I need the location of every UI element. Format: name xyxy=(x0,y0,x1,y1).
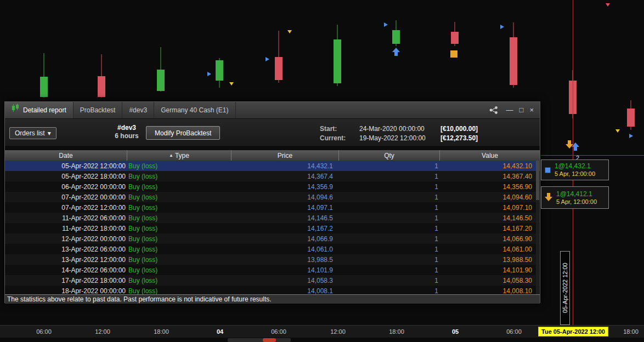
order-date: 13-Apr-2022 12:00:00 xyxy=(5,256,127,264)
tab-detailed-report[interactable]: Detailed report xyxy=(5,102,74,118)
candle-body xyxy=(451,32,459,44)
order-value: 14,058.30 xyxy=(439,277,540,284)
axis-time-label: 06:00 xyxy=(271,328,286,335)
axis-time-label: 04 xyxy=(217,328,223,335)
order-qty: 1 xyxy=(338,266,439,274)
axis-time-label: 05 xyxy=(452,328,459,335)
close-button[interactable]: × xyxy=(529,102,534,118)
candle-body xyxy=(98,76,105,97)
column-header-value[interactable]: Value xyxy=(439,150,540,161)
tab-strategy[interactable]: #dev3 xyxy=(122,102,154,118)
order-type: Buy (loss) xyxy=(127,193,231,201)
notification-badge xyxy=(263,338,276,342)
buy-signal-icon xyxy=(500,25,504,29)
order-price: 14,101.9 xyxy=(231,266,338,274)
order-value: 14,061.00 xyxy=(439,246,540,253)
tab-instrument[interactable]: Germany 40 Cash (E1) xyxy=(154,102,235,118)
sell-signal-icon xyxy=(615,129,620,133)
order-qty: 1 xyxy=(338,256,439,264)
order-value: 14,167.20 xyxy=(439,225,540,232)
current-equity: [€12,273.50] xyxy=(440,134,478,142)
order-type: Buy (loss) xyxy=(127,225,231,232)
sell-signal-icon xyxy=(287,30,292,33)
order-row[interactable]: 06-Apr-2022 00:00:00Buy (loss)14,356.911… xyxy=(5,181,540,192)
column-header-qty[interactable]: Qty xyxy=(338,150,439,161)
scrollbar-thumb[interactable] xyxy=(536,161,539,200)
order-row[interactable]: 05-Apr-2022 12:00:00Buy (loss)14,432.111… xyxy=(5,161,540,171)
order-row[interactable]: 13-Apr-2022 06:00:00Buy (loss)14,061.011… xyxy=(5,244,540,254)
crosshair-horizontal-line xyxy=(541,155,644,156)
order-qty: 1 xyxy=(338,183,439,191)
tab-label: ProBacktest xyxy=(80,102,116,118)
panel-gap xyxy=(5,146,540,150)
order-date: 17-Apr-2022 18:00:00 xyxy=(5,277,127,284)
order-date: 18-Apr-2022 00:00:00 xyxy=(5,287,127,295)
buy-signal-icon xyxy=(384,22,388,27)
order-row[interactable]: 12-Apr-2022 00:00:00Buy (loss)14,066.911… xyxy=(5,233,540,244)
taskbar-item xyxy=(228,338,291,342)
time-axis[interactable]: 06:0012:0018:000406:0012:0018:000506:00T… xyxy=(0,325,644,338)
order-value: 14,094.60 xyxy=(439,193,540,201)
sort-ascending-icon: ▲ xyxy=(169,153,173,158)
report-toolbar: Orders list ▾ #dev3 6 hours Modify ProBa… xyxy=(5,118,540,146)
order-row[interactable]: 11-Apr-2022 18:00:00Buy (loss)14,167.211… xyxy=(5,223,540,233)
minimize-button[interactable]: — xyxy=(506,102,513,118)
order-row[interactable]: 14-Apr-2022 06:00:00Buy (loss)14,101.911… xyxy=(5,265,540,275)
order-row[interactable]: 05-Apr-2022 18:00:00Buy (loss)14,367.411… xyxy=(5,171,540,181)
candle-body xyxy=(627,109,635,127)
order-value: 14,097.10 xyxy=(439,204,540,212)
order-qty: 1 xyxy=(338,214,439,222)
order-type: Buy (loss) xyxy=(127,235,231,243)
order-price: 14,146.5 xyxy=(231,214,338,222)
taskbar-peek xyxy=(0,338,644,342)
order-type: Buy (loss) xyxy=(127,173,231,180)
modify-probacktest-button[interactable]: Modify ProBacktest xyxy=(146,126,220,140)
order-row[interactable]: 07-Apr-2022 00:00:00Buy (loss)14,094.611… xyxy=(5,192,540,202)
buy-signal-icon xyxy=(265,57,269,61)
order-value: 13,988.50 xyxy=(439,256,540,264)
candle-body xyxy=(157,70,165,91)
order-qty: 1 xyxy=(338,173,439,180)
axis-time-label: 18:00 xyxy=(389,328,404,335)
order-price: 14,367.4 xyxy=(231,173,338,180)
maximize-button[interactable]: □ xyxy=(519,102,524,118)
candle-body xyxy=(275,57,283,80)
column-header-type[interactable]: ▲ Type xyxy=(127,150,231,161)
titlebar[interactable]: Detailed report ProBacktest #dev3 German… xyxy=(5,102,540,118)
share-icon[interactable] xyxy=(489,106,499,114)
axis-time-label: 18:00 xyxy=(154,328,169,335)
order-row[interactable]: 11-Apr-2022 06:00:00Buy (loss)14,146.511… xyxy=(5,213,540,223)
axis-time-label: 12:00 xyxy=(95,328,110,335)
candle-body xyxy=(510,37,517,85)
order-row[interactable]: 13-Apr-2022 12:00:00Buy (loss)13,988.511… xyxy=(5,254,540,265)
order-price: 14,432.1 xyxy=(231,162,338,170)
crosshair-date-label: 05-Apr-2022 12:00 xyxy=(560,251,570,325)
orders-table-body[interactable]: 05-Apr-2022 12:00:00Buy (loss)14,432.111… xyxy=(5,161,540,294)
order-row[interactable]: 17-Apr-2022 18:00:00Buy (loss)14,058.311… xyxy=(5,275,540,286)
order-row[interactable]: 18-Apr-2022 00:00:00Buy (loss)14,008.111… xyxy=(5,286,540,294)
order-date: 11-Apr-2022 18:00:00 xyxy=(5,225,127,232)
order-date: 05-Apr-2022 12:00:00 xyxy=(5,162,127,170)
order-value: 14,066.90 xyxy=(439,235,540,243)
order-qty: 1 xyxy=(338,162,439,170)
orders-table-header: Date ▲ Type Price Qty Value xyxy=(5,150,540,161)
order-qty: 1 xyxy=(338,246,439,253)
detailed-report-window[interactable]: Detailed report ProBacktest #dev3 German… xyxy=(4,101,540,303)
order-qty: 1 xyxy=(338,235,439,243)
position-square-icon xyxy=(545,167,551,173)
axis-time-label: 12:00 xyxy=(330,328,346,335)
tooltip-order-text: 1@14,432.1 xyxy=(555,162,595,170)
app-logo-icon xyxy=(12,102,19,118)
column-header-date[interactable]: Date xyxy=(5,150,127,161)
candle-body xyxy=(392,30,400,44)
tooltip-order-text: 1@14,412.1 xyxy=(556,190,597,198)
order-date: 14-Apr-2022 06:00:00 xyxy=(5,266,127,274)
tab-probacktest[interactable]: ProBacktest xyxy=(74,102,123,118)
trading-app-screen: 2 05-Apr-2022 12:00 Detailed report ProB… xyxy=(0,0,644,342)
order-price: 14,167.2 xyxy=(231,225,338,232)
table-scrollbar[interactable] xyxy=(536,161,539,294)
sell-signal-icon xyxy=(606,3,610,7)
orders-list-dropdown[interactable]: Orders list ▾ xyxy=(9,127,57,139)
order-row[interactable]: 07-Apr-2022 12:00:00Buy (loss)14,097.111… xyxy=(5,202,540,213)
column-header-price[interactable]: Price xyxy=(231,150,338,161)
